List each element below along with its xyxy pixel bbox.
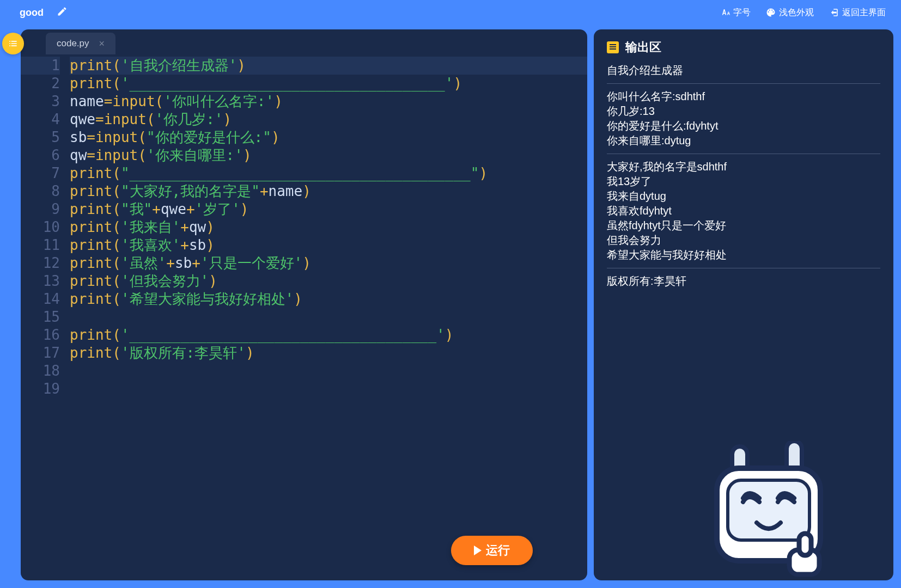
output-header: 输出区 (607, 39, 880, 56)
line-number: 12 (21, 254, 60, 272)
output-divider (607, 268, 880, 268)
line-number: 7 (21, 164, 60, 182)
line-number: 14 (21, 290, 60, 308)
line-number: 9 (21, 200, 60, 218)
code-line[interactable]: sb=input("你的爱好是什么:") (70, 128, 587, 146)
code-line[interactable]: qw=input('你来自哪里:') (70, 146, 587, 164)
code-line[interactable]: name=input('你叫什么名字:') (70, 93, 587, 111)
main-area: code.py × 12345678910111213141516171819 … (0, 25, 901, 588)
list-menu-button[interactable] (2, 33, 24, 54)
line-gutter: 12345678910111213141516171819 (21, 57, 70, 580)
topbar-left: good (20, 6, 68, 20)
output-line: 我喜欢fdyhtyt (607, 204, 880, 218)
output-line: 我来自dytug (607, 189, 880, 204)
output-line: 希望大家能与我好好相处 (607, 248, 880, 262)
topbar-right: 字号 浅色外观 返回主界面 (720, 7, 886, 19)
line-number: 13 (21, 272, 60, 290)
code-area[interactable]: 12345678910111213141516171819 print('自我介… (21, 54, 587, 580)
back-label: 返回主界面 (842, 7, 886, 19)
line-number: 8 (21, 182, 60, 200)
tab-filename: code.py (57, 38, 89, 49)
line-number: 18 (21, 362, 60, 380)
output-body: 自我介绍生成器你叫什么名字:sdhthf你几岁:13你的爱好是什么:fdyhty… (607, 63, 880, 289)
code-line[interactable]: print('_________________________________… (70, 75, 587, 93)
code-line[interactable]: print('版权所有:李昊轩') (70, 344, 587, 362)
font-size-button[interactable]: 字号 (720, 7, 751, 19)
line-number: 3 (21, 93, 60, 111)
output-divider (607, 154, 880, 154)
output-line: 虽然fdyhtyt只是一个爱好 (607, 218, 880, 233)
line-number: 19 (21, 380, 60, 398)
code-line[interactable]: print("我"+qwe+'岁了') (70, 200, 587, 218)
line-number: 6 (21, 146, 60, 164)
output-line: 大家好,我的名字是sdhthf (607, 160, 880, 174)
output-title: 输出区 (625, 39, 661, 56)
project-title: good (20, 7, 44, 19)
file-tab[interactable]: code.py × (46, 33, 115, 54)
output-line: 你叫什么名字:sdhthf (607, 89, 880, 104)
line-number: 5 (21, 128, 60, 146)
close-icon[interactable]: × (99, 38, 105, 50)
theme-label: 浅色外观 (779, 7, 814, 19)
line-number: 16 (21, 326, 60, 344)
topbar: good 字号 浅色外观 返回主界面 (0, 0, 901, 25)
document-icon (607, 41, 619, 53)
code-line[interactable] (70, 362, 587, 380)
code-line[interactable]: print("大家好,我的名字是"+name) (70, 182, 587, 200)
tab-row: code.py × (21, 29, 587, 54)
theme-button[interactable]: 浅色外观 (766, 7, 814, 19)
line-number: 17 (21, 344, 60, 362)
code-line[interactable]: print('自我介绍生成器') (70, 57, 587, 75)
output-line: 我13岁了 (607, 174, 880, 189)
code-line[interactable] (70, 380, 587, 398)
code-line[interactable]: print('_________________________________… (70, 326, 587, 344)
run-button[interactable]: 运行 (451, 536, 533, 565)
output-pane: 输出区 自我介绍生成器你叫什么名字:sdhthf你几岁:13你的爱好是什么:fd… (594, 29, 893, 580)
output-line: 版权所有:李昊轩 (607, 274, 880, 289)
line-number: 2 (21, 75, 60, 93)
line-number: 10 (21, 218, 60, 236)
font-size-label: 字号 (733, 7, 751, 19)
code-line[interactable]: print('但我会努力') (70, 272, 587, 290)
back-button[interactable]: 返回主界面 (829, 7, 886, 19)
line-number: 15 (21, 308, 60, 326)
code-line[interactable]: print('希望大家能与我好好相处') (70, 290, 587, 308)
output-line: 你的爱好是什么:fdyhtyt (607, 119, 880, 133)
code-body[interactable]: print('自我介绍生成器')print('_________________… (70, 57, 587, 580)
output-line: 自我介绍生成器 (607, 63, 880, 78)
line-number: 1 (21, 57, 60, 75)
code-line[interactable]: print("_________________________________… (70, 164, 587, 182)
line-number: 4 (21, 111, 60, 128)
code-line[interactable]: qwe=input('你几岁:') (70, 111, 587, 128)
output-line: 你几岁:13 (607, 104, 880, 119)
run-label: 运行 (486, 542, 510, 559)
code-line[interactable] (70, 308, 587, 326)
code-line[interactable]: print('虽然'+sb+'只是一个爱好') (70, 254, 587, 272)
code-line[interactable]: print('我来自'+qw) (70, 218, 587, 236)
edit-icon[interactable] (57, 6, 68, 20)
output-line: 你来自哪里:dytug (607, 133, 880, 148)
output-divider (607, 83, 880, 84)
code-line[interactable]: print('我喜欢'+sb) (70, 236, 587, 254)
line-number: 11 (21, 236, 60, 254)
output-line: 但我会努力 (607, 233, 880, 248)
editor-pane: code.py × 12345678910111213141516171819 … (21, 29, 587, 580)
play-icon (474, 546, 482, 555)
